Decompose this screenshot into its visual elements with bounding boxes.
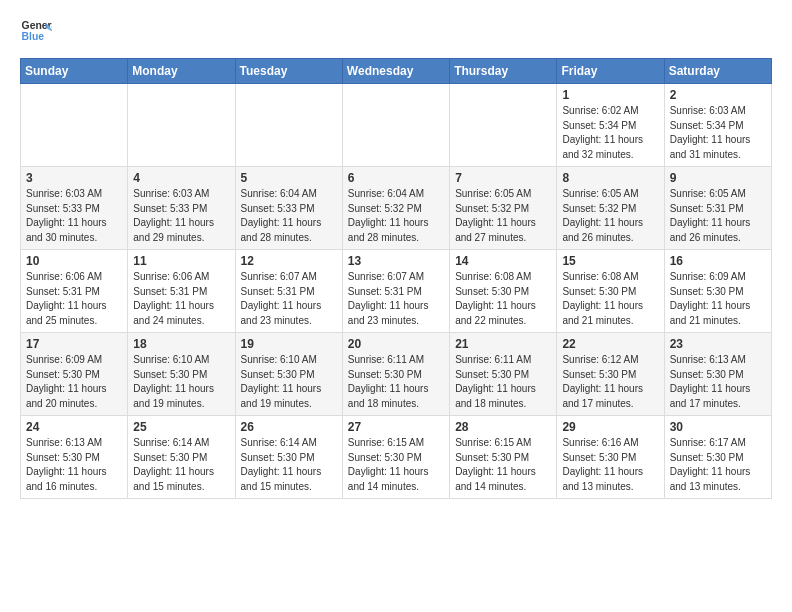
week-row-4: 17Sunrise: 6:09 AM Sunset: 5:30 PM Dayli… <box>21 333 772 416</box>
day-number: 1 <box>562 88 658 102</box>
svg-text:Blue: Blue <box>22 31 45 42</box>
day-info: Sunrise: 6:03 AM Sunset: 5:33 PM Dayligh… <box>26 187 122 245</box>
day-cell: 7Sunrise: 6:05 AM Sunset: 5:32 PM Daylig… <box>450 167 557 250</box>
day-info: Sunrise: 6:16 AM Sunset: 5:30 PM Dayligh… <box>562 436 658 494</box>
day-header-monday: Monday <box>128 59 235 84</box>
day-number: 25 <box>133 420 229 434</box>
day-cell: 23Sunrise: 6:13 AM Sunset: 5:30 PM Dayli… <box>664 333 771 416</box>
day-number: 16 <box>670 254 766 268</box>
day-info: Sunrise: 6:12 AM Sunset: 5:30 PM Dayligh… <box>562 353 658 411</box>
day-info: Sunrise: 6:08 AM Sunset: 5:30 PM Dayligh… <box>455 270 551 328</box>
day-cell <box>128 84 235 167</box>
day-info: Sunrise: 6:11 AM Sunset: 5:30 PM Dayligh… <box>455 353 551 411</box>
day-cell <box>235 84 342 167</box>
day-cell: 2Sunrise: 6:03 AM Sunset: 5:34 PM Daylig… <box>664 84 771 167</box>
day-info: Sunrise: 6:05 AM Sunset: 5:31 PM Dayligh… <box>670 187 766 245</box>
day-cell: 26Sunrise: 6:14 AM Sunset: 5:30 PM Dayli… <box>235 416 342 499</box>
day-info: Sunrise: 6:14 AM Sunset: 5:30 PM Dayligh… <box>133 436 229 494</box>
day-number: 17 <box>26 337 122 351</box>
day-cell: 8Sunrise: 6:05 AM Sunset: 5:32 PM Daylig… <box>557 167 664 250</box>
day-cell <box>342 84 449 167</box>
day-cell: 25Sunrise: 6:14 AM Sunset: 5:30 PM Dayli… <box>128 416 235 499</box>
day-info: Sunrise: 6:10 AM Sunset: 5:30 PM Dayligh… <box>241 353 337 411</box>
day-number: 5 <box>241 171 337 185</box>
day-info: Sunrise: 6:14 AM Sunset: 5:30 PM Dayligh… <box>241 436 337 494</box>
day-info: Sunrise: 6:13 AM Sunset: 5:30 PM Dayligh… <box>670 353 766 411</box>
day-cell: 24Sunrise: 6:13 AM Sunset: 5:30 PM Dayli… <box>21 416 128 499</box>
day-info: Sunrise: 6:13 AM Sunset: 5:30 PM Dayligh… <box>26 436 122 494</box>
day-cell: 22Sunrise: 6:12 AM Sunset: 5:30 PM Dayli… <box>557 333 664 416</box>
day-info: Sunrise: 6:06 AM Sunset: 5:31 PM Dayligh… <box>26 270 122 328</box>
day-info: Sunrise: 6:09 AM Sunset: 5:30 PM Dayligh… <box>26 353 122 411</box>
day-cell: 20Sunrise: 6:11 AM Sunset: 5:30 PM Dayli… <box>342 333 449 416</box>
day-cell: 28Sunrise: 6:15 AM Sunset: 5:30 PM Dayli… <box>450 416 557 499</box>
day-header-saturday: Saturday <box>664 59 771 84</box>
day-cell: 4Sunrise: 6:03 AM Sunset: 5:33 PM Daylig… <box>128 167 235 250</box>
day-cell: 1Sunrise: 6:02 AM Sunset: 5:34 PM Daylig… <box>557 84 664 167</box>
day-cell: 29Sunrise: 6:16 AM Sunset: 5:30 PM Dayli… <box>557 416 664 499</box>
day-cell <box>21 84 128 167</box>
header: General Blue <box>20 16 772 48</box>
day-number: 4 <box>133 171 229 185</box>
day-info: Sunrise: 6:15 AM Sunset: 5:30 PM Dayligh… <box>348 436 444 494</box>
day-cell: 15Sunrise: 6:08 AM Sunset: 5:30 PM Dayli… <box>557 250 664 333</box>
day-number: 19 <box>241 337 337 351</box>
day-header-tuesday: Tuesday <box>235 59 342 84</box>
day-info: Sunrise: 6:05 AM Sunset: 5:32 PM Dayligh… <box>562 187 658 245</box>
day-number: 7 <box>455 171 551 185</box>
day-info: Sunrise: 6:07 AM Sunset: 5:31 PM Dayligh… <box>348 270 444 328</box>
day-number: 18 <box>133 337 229 351</box>
logo-icon: General Blue <box>20 16 52 48</box>
day-info: Sunrise: 6:05 AM Sunset: 5:32 PM Dayligh… <box>455 187 551 245</box>
day-info: Sunrise: 6:06 AM Sunset: 5:31 PM Dayligh… <box>133 270 229 328</box>
page: General Blue SundayMondayTuesdayWednesda… <box>0 0 792 509</box>
day-cell: 21Sunrise: 6:11 AM Sunset: 5:30 PM Dayli… <box>450 333 557 416</box>
day-number: 15 <box>562 254 658 268</box>
day-number: 30 <box>670 420 766 434</box>
day-cell: 3Sunrise: 6:03 AM Sunset: 5:33 PM Daylig… <box>21 167 128 250</box>
day-info: Sunrise: 6:04 AM Sunset: 5:33 PM Dayligh… <box>241 187 337 245</box>
day-number: 26 <box>241 420 337 434</box>
day-number: 28 <box>455 420 551 434</box>
day-number: 10 <box>26 254 122 268</box>
day-cell: 19Sunrise: 6:10 AM Sunset: 5:30 PM Dayli… <box>235 333 342 416</box>
day-cell: 11Sunrise: 6:06 AM Sunset: 5:31 PM Dayli… <box>128 250 235 333</box>
day-header-friday: Friday <box>557 59 664 84</box>
day-info: Sunrise: 6:07 AM Sunset: 5:31 PM Dayligh… <box>241 270 337 328</box>
day-header-thursday: Thursday <box>450 59 557 84</box>
day-number: 13 <box>348 254 444 268</box>
day-number: 27 <box>348 420 444 434</box>
calendar: SundayMondayTuesdayWednesdayThursdayFrid… <box>20 58 772 499</box>
day-cell: 13Sunrise: 6:07 AM Sunset: 5:31 PM Dayli… <box>342 250 449 333</box>
day-number: 24 <box>26 420 122 434</box>
day-cell: 10Sunrise: 6:06 AM Sunset: 5:31 PM Dayli… <box>21 250 128 333</box>
day-info: Sunrise: 6:09 AM Sunset: 5:30 PM Dayligh… <box>670 270 766 328</box>
day-number: 20 <box>348 337 444 351</box>
day-info: Sunrise: 6:03 AM Sunset: 5:33 PM Dayligh… <box>133 187 229 245</box>
day-number: 12 <box>241 254 337 268</box>
day-header-wednesday: Wednesday <box>342 59 449 84</box>
day-cell: 5Sunrise: 6:04 AM Sunset: 5:33 PM Daylig… <box>235 167 342 250</box>
day-cell <box>450 84 557 167</box>
header-row: SundayMondayTuesdayWednesdayThursdayFrid… <box>21 59 772 84</box>
day-info: Sunrise: 6:02 AM Sunset: 5:34 PM Dayligh… <box>562 104 658 162</box>
week-row-1: 1Sunrise: 6:02 AM Sunset: 5:34 PM Daylig… <box>21 84 772 167</box>
day-cell: 17Sunrise: 6:09 AM Sunset: 5:30 PM Dayli… <box>21 333 128 416</box>
day-cell: 14Sunrise: 6:08 AM Sunset: 5:30 PM Dayli… <box>450 250 557 333</box>
day-number: 2 <box>670 88 766 102</box>
day-cell: 30Sunrise: 6:17 AM Sunset: 5:30 PM Dayli… <box>664 416 771 499</box>
day-info: Sunrise: 6:10 AM Sunset: 5:30 PM Dayligh… <box>133 353 229 411</box>
day-number: 29 <box>562 420 658 434</box>
week-row-5: 24Sunrise: 6:13 AM Sunset: 5:30 PM Dayli… <box>21 416 772 499</box>
day-info: Sunrise: 6:03 AM Sunset: 5:34 PM Dayligh… <box>670 104 766 162</box>
day-cell: 27Sunrise: 6:15 AM Sunset: 5:30 PM Dayli… <box>342 416 449 499</box>
day-number: 23 <box>670 337 766 351</box>
day-header-sunday: Sunday <box>21 59 128 84</box>
day-cell: 6Sunrise: 6:04 AM Sunset: 5:32 PM Daylig… <box>342 167 449 250</box>
day-cell: 12Sunrise: 6:07 AM Sunset: 5:31 PM Dayli… <box>235 250 342 333</box>
day-info: Sunrise: 6:17 AM Sunset: 5:30 PM Dayligh… <box>670 436 766 494</box>
day-number: 21 <box>455 337 551 351</box>
week-row-2: 3Sunrise: 6:03 AM Sunset: 5:33 PM Daylig… <box>21 167 772 250</box>
day-info: Sunrise: 6:04 AM Sunset: 5:32 PM Dayligh… <box>348 187 444 245</box>
day-number: 22 <box>562 337 658 351</box>
